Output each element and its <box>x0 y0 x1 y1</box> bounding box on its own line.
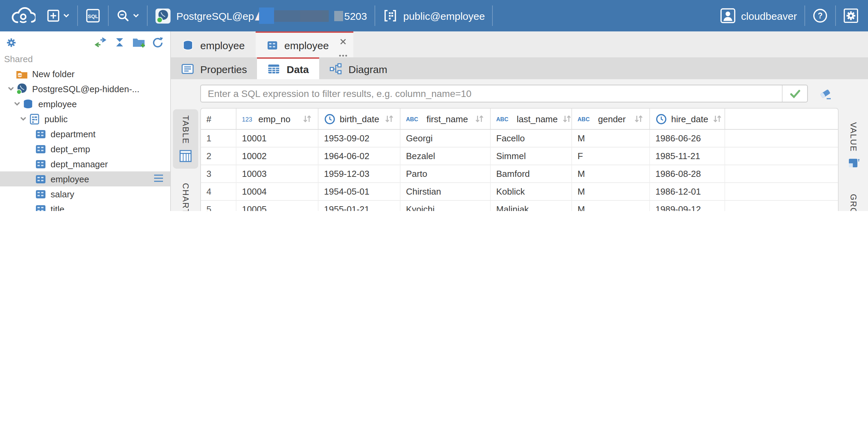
cell[interactable]: M <box>572 183 650 200</box>
tree-expand-chevron-icon[interactable] <box>12 100 22 107</box>
cell[interactable]: Georgi <box>401 130 491 147</box>
sidebar-item-employee[interactable]: employee <box>0 171 170 186</box>
cell[interactable]: Kyoichi <box>401 201 491 211</box>
column-header-birth_date[interactable]: birth_date <box>318 109 401 129</box>
clear-filter-eraser-icon[interactable] <box>818 87 833 100</box>
cell[interactable]: 1986-08-28 <box>650 165 725 182</box>
cell[interactable]: 1985-11-21 <box>650 147 725 165</box>
cell[interactable]: 3 <box>201 165 236 182</box>
column-header-hire_date[interactable]: hire_date <box>650 109 725 129</box>
vertical-tab-grouping[interactable]: GROUPING <box>841 188 866 211</box>
cell[interactable]: 1955-01-21 <box>318 201 401 211</box>
sidebar-settings-gear-icon[interactable] <box>5 36 18 49</box>
sidebar-item-postgresql-ep-hidden-[interactable]: PostgreSQL@ep-hidden-... <box>0 81 170 96</box>
sql-badge-icon: SQL <box>85 8 100 23</box>
cell[interactable]: Maliniak <box>491 201 572 211</box>
cell[interactable]: Chirstian <box>401 183 491 200</box>
sql-filter-input[interactable] <box>201 85 782 102</box>
cell[interactable]: Koblick <box>491 183 572 200</box>
sidebar-item-title[interactable]: title <box>0 201 170 211</box>
cell[interactable]: 1 <box>201 130 236 147</box>
help-button[interactable]: ? <box>807 0 833 31</box>
sql-editor-button[interactable]: SQL <box>80 0 106 31</box>
folder-db-icon <box>16 68 28 80</box>
sort-arrows-icon[interactable] <box>634 114 644 124</box>
cell[interactable]: 10003 <box>236 165 318 182</box>
cell[interactable]: 1954-05-01 <box>318 183 401 200</box>
column-header-label: emp_no <box>258 114 290 124</box>
divider <box>108 5 109 26</box>
cell[interactable]: 1986-12-01 <box>650 183 725 200</box>
vertical-tab-charts[interactable]: CHARTS <box>173 177 198 211</box>
vertical-tab-value[interactable]: VALUE <box>841 116 866 176</box>
row-menu-hamburger-icon[interactable] <box>153 173 164 185</box>
sort-arrows-icon[interactable] <box>302 114 312 124</box>
sort-arrows-icon[interactable] <box>712 114 722 124</box>
cell[interactable]: Simmel <box>491 147 572 165</box>
cell[interactable]: F <box>572 147 650 165</box>
connection-selector[interactable]: PostgreSQL@ep 5203 <box>150 0 372 31</box>
cell[interactable]: 1953-09-02 <box>318 130 401 147</box>
column-header-first_name[interactable]: ABCfirst_name <box>401 109 491 129</box>
column-header-emp_no[interactable]: 123emp_no <box>236 109 318 129</box>
cell[interactable]: M <box>572 130 650 147</box>
sidebar-item-new-folder[interactable]: New folder <box>0 66 170 81</box>
column-header-rownum[interactable]: # <box>201 109 236 129</box>
collapse-all-icon[interactable] <box>113 36 126 48</box>
sidebar-item-dept-manager[interactable]: dept_manager <box>0 156 170 171</box>
close-tab-icon[interactable] <box>339 36 347 48</box>
cell[interactable]: 2 <box>201 147 236 165</box>
settings-button[interactable] <box>838 0 864 31</box>
sort-arrows-icon[interactable] <box>474 114 485 124</box>
cell[interactable]: 1964-06-02 <box>318 147 401 165</box>
sidebar-item-public[interactable]: public <box>0 111 170 126</box>
cell[interactable]: M <box>572 201 650 211</box>
vertical-tab-table[interactable]: TABLE <box>173 109 198 169</box>
cell[interactable]: 4 <box>201 183 236 200</box>
sort-arrows-icon[interactable] <box>384 114 394 124</box>
vertical-tab-label: VALUE <box>849 122 858 152</box>
cell[interactable]: 10004 <box>236 183 318 200</box>
schema-selector[interactable]: public@employee <box>377 0 490 31</box>
cell[interactable]: 1986-06-26 <box>650 130 725 147</box>
cell[interactable]: 5 <box>201 201 236 211</box>
sidebar-item-salary[interactable]: salary <box>0 186 170 201</box>
cell[interactable]: 1959-12-03 <box>318 165 401 182</box>
column-header-last_name[interactable]: ABClast_name <box>491 109 572 129</box>
sidebar-item-department[interactable]: department <box>0 126 170 141</box>
column-header-gender[interactable]: ABCgender <box>572 109 650 129</box>
column-header-label: # <box>206 114 211 124</box>
cell[interactable]: Bezalel <box>401 147 491 165</box>
new-connection-button[interactable] <box>41 0 75 31</box>
tab-employee-1[interactable]: employee <box>256 31 353 57</box>
cell[interactable]: 1989-09-12 <box>650 201 725 211</box>
user-menu[interactable]: cloudbeaver <box>715 0 802 31</box>
subtab-data[interactable]: Data <box>257 57 319 79</box>
sidebar-item-employee[interactable]: employee <box>0 96 170 111</box>
cell[interactable]: 10005 <box>236 201 318 211</box>
chevron-down-icon <box>63 13 70 18</box>
table-row-5: 5100051955-01-21KyoichiMaliniakM1989-09-… <box>201 201 838 211</box>
apply-filter-button[interactable] <box>782 85 807 102</box>
subtab-diagram[interactable]: Diagram <box>319 57 397 79</box>
new-folder-icon[interactable] <box>132 36 146 48</box>
tab-controls <box>338 36 348 54</box>
cell[interactable]: Parto <box>401 165 491 182</box>
cell[interactable]: Bamford <box>491 165 572 182</box>
sidebar-item-dept-emp[interactable]: dept_emp <box>0 141 170 156</box>
cell[interactable]: Facello <box>491 130 572 147</box>
tree-expand-chevron-icon[interactable] <box>6 85 16 92</box>
sync-connection-icon[interactable] <box>94 36 107 48</box>
cell[interactable]: 10001 <box>236 130 318 147</box>
tools-button[interactable] <box>111 0 145 31</box>
tree-expand-chevron-icon[interactable] <box>18 115 28 122</box>
refresh-tree-icon[interactable] <box>152 36 164 48</box>
cell[interactable]: 10002 <box>236 147 318 165</box>
sort-arrows-icon[interactable] <box>562 114 572 124</box>
cell[interactable]: M <box>572 165 650 182</box>
shared-section-label: Shared <box>0 53 170 66</box>
cloudbeaver-logo[interactable] <box>4 0 41 31</box>
subtab-properties[interactable]: Properties <box>171 57 257 79</box>
column-header-label: first_name <box>426 114 468 124</box>
tab-employee-0[interactable]: employee <box>171 31 256 57</box>
